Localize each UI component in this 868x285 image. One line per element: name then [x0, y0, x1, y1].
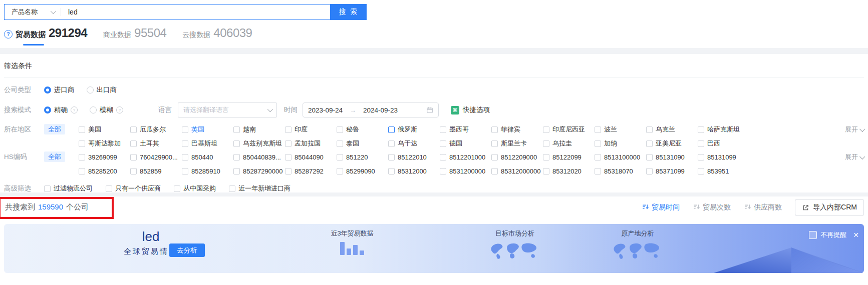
hs-code-checkbox[interactable]: 85312000000 [491, 166, 543, 176]
region-checkbox[interactable]: 墨西哥 [440, 124, 491, 135]
region-checkbox[interactable]: 哈萨克斯坦 [698, 124, 749, 135]
search-input[interactable] [67, 8, 330, 16]
hs-code-checkbox[interactable]: 850440839... [233, 152, 285, 162]
hs-code-checkbox[interactable]: 851220 [337, 152, 388, 162]
hs-code-checkbox[interactable]: 85318070 [595, 166, 646, 176]
region-checkbox[interactable]: 俄罗斯 [388, 124, 440, 135]
date-end: 2024-09-23 [363, 106, 398, 114]
checkbox-label: 852859 [140, 168, 161, 175]
search-button[interactable]: 搜 索 [331, 4, 367, 20]
hs-expand-link[interactable]: 展开 [845, 152, 864, 162]
region-checkbox[interactable]: 乌兹别克斯坦 [233, 138, 285, 149]
dismiss-checkbox[interactable] [809, 231, 817, 239]
region-expand-link[interactable]: 展开 [845, 124, 864, 135]
hs-code-checkbox[interactable]: 850440 [182, 152, 233, 162]
sort-options: 贸易时间贸易次数供应商数 [642, 203, 795, 212]
region-checkbox[interactable]: 巴基斯坦 [182, 138, 233, 149]
radio-option[interactable]: 出口商 [87, 86, 117, 94]
region-checkbox[interactable]: 孟加拉国 [285, 138, 337, 149]
hs-code-checkbox[interactable]: 85312020 [543, 166, 595, 176]
hs-code-row: HS编码 全部 39269099760429900...850440850440… [4, 152, 864, 176]
radio-option[interactable]: 精确 [44, 106, 68, 114]
hs-code-checkbox[interactable]: 85044090 [285, 152, 337, 162]
import-crm-button[interactable]: 导入内部CRM [795, 199, 864, 216]
chart-bar [347, 248, 351, 255]
search-category-select[interactable]: 产品名称 [5, 8, 61, 16]
region-checkbox[interactable]: 菲律宾 [491, 124, 543, 135]
hs-code-checkbox[interactable]: 85285910 [182, 166, 233, 176]
region-checkbox[interactable]: 泰国 [337, 138, 388, 149]
radio-label: 精确 [54, 106, 68, 114]
checkbox-box [491, 168, 498, 174]
hs-code-checkbox[interactable]: 85122099 [543, 152, 595, 162]
date-range-picker[interactable]: 2023-09-24 → 2024-09-23 [303, 102, 439, 118]
region-checkbox[interactable]: 越南 [233, 124, 285, 135]
region-checkbox[interactable]: 厄瓜多尔 [130, 124, 182, 135]
region-checkbox[interactable]: 秘鲁 [337, 124, 388, 135]
hs-all-chip[interactable]: 全部 [44, 152, 65, 162]
hs-code-checkbox[interactable]: 85299090 [337, 166, 388, 176]
hs-code-checkbox[interactable]: 760429900... [130, 152, 182, 162]
region-checkbox[interactable]: 乌拉圭 [543, 138, 595, 149]
region-all-chip[interactable]: 全部 [44, 124, 65, 134]
checkbox-box [646, 154, 653, 160]
chevron-down-icon [859, 154, 865, 160]
region-checkbox[interactable]: 美国 [79, 124, 130, 135]
hs-code-checkbox[interactable]: 85131090 [646, 152, 698, 162]
region-checkbox[interactable]: 德国 [440, 138, 491, 149]
results-suffix: 个公司 [66, 202, 89, 211]
language-select[interactable]: 请选择翻译语言 [178, 102, 277, 118]
region-checkbox[interactable]: 乌干达 [388, 138, 440, 149]
hs-code-checkbox[interactable]: 39269099 [79, 152, 130, 162]
hs-code-checkbox[interactable]: 8512201000 [440, 152, 491, 162]
hs-code-checkbox[interactable]: 852859 [130, 166, 182, 176]
checkbox-label: 85287292 [295, 168, 324, 175]
radio-dot [87, 86, 94, 94]
checkbox-label: 菲律宾 [501, 125, 520, 134]
checkbox-box [595, 168, 601, 174]
tab[interactable]: 商业数据95504 [103, 26, 166, 40]
region-checkbox[interactable]: 印度 [285, 124, 337, 135]
hs-code-checkbox[interactable]: 85287292 [285, 166, 337, 176]
region-checkbox[interactable]: 土耳其 [130, 138, 182, 149]
tab[interactable]: 云搜数据406039 [182, 26, 252, 40]
chart-bar [340, 242, 345, 255]
arrow-right-icon: → [350, 106, 356, 114]
checkbox-label: 乌兹别克斯坦 [243, 139, 282, 148]
region-checkbox[interactable]: 乌克兰 [646, 124, 698, 135]
checkbox-label: 厄瓜多尔 [140, 125, 166, 134]
hs-code-checkbox[interactable]: 85371099 [646, 166, 698, 176]
hs-code-checkbox[interactable]: 85312000 [388, 166, 440, 176]
hs-code-checkbox[interactable]: 8531200000 [440, 166, 491, 176]
region-checkbox[interactable]: 哥斯达黎加 [79, 138, 130, 149]
tab[interactable]: ?贸易数据291294 [4, 26, 87, 40]
banner-close-icon[interactable]: ✕ [853, 231, 859, 239]
region-checkbox[interactable]: 斯里兰卡 [491, 138, 543, 149]
checkbox-label: 85312000000 [501, 168, 541, 175]
chevron-down-icon [267, 106, 273, 112]
hs-code-checkbox[interactable]: 853951 [698, 166, 749, 176]
radio-option[interactable]: 进口商 [44, 86, 75, 94]
hs-code-checkbox[interactable]: 85285200 [79, 166, 130, 176]
banner-keyword: led [113, 229, 188, 244]
sort-option[interactable]: 供应商数 [744, 203, 782, 212]
region-checkbox[interactable]: 印度尼西亚 [543, 124, 595, 135]
hs-code-checkbox[interactable]: 8512209000 [491, 152, 543, 162]
quick-options[interactable]: ⌘ 快捷选项 [451, 106, 490, 114]
region-checkbox[interactable]: 波兰 [595, 124, 646, 135]
tab-label: 云搜数据 [182, 30, 210, 40]
hs-code-checkbox[interactable]: 85287290000 [233, 166, 285, 176]
analyze-button[interactable]: 去分析 [169, 244, 205, 257]
region-checkbox[interactable]: 巴西 [698, 138, 749, 149]
sort-option[interactable]: 贸易时间 [642, 203, 680, 212]
region-checkbox[interactable]: 加纳 [595, 138, 646, 149]
region-checkbox[interactable]: 亚美尼亚 [646, 138, 698, 149]
sort-option[interactable]: 贸易次数 [693, 203, 731, 212]
radio-option[interactable]: 模糊 [90, 106, 113, 114]
region-checkbox[interactable]: 英国 [182, 124, 233, 135]
hs-code-checkbox[interactable]: 85122010 [388, 152, 440, 162]
hs-code-checkbox[interactable]: 85131099 [698, 152, 749, 162]
hs-code-checkbox[interactable]: 8513100000 [595, 152, 646, 162]
import-crm-label: 导入内部CRM [813, 203, 857, 212]
checkbox-box [106, 186, 112, 192]
